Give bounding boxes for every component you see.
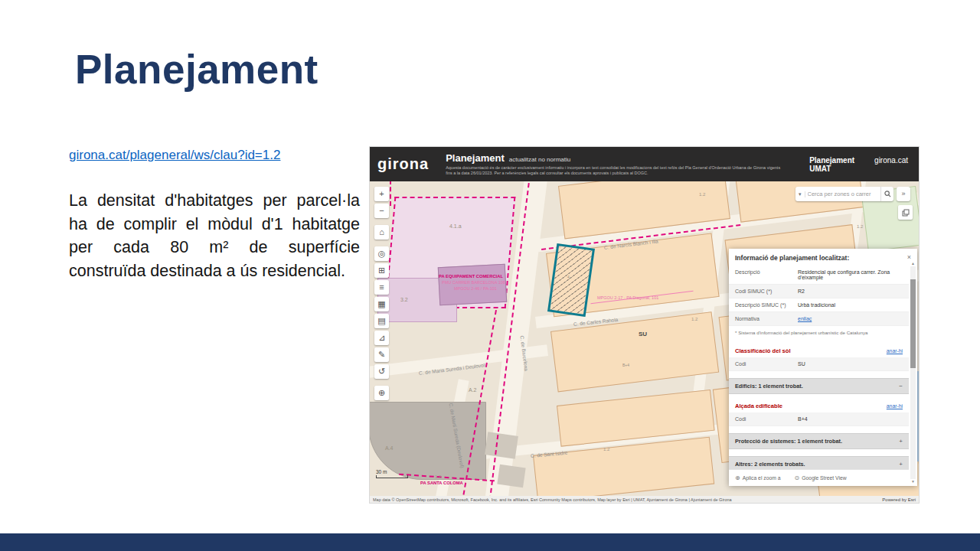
basemap-toggle-button[interactable]: [898, 205, 913, 220]
info-subsection: Classificació del sòlanar-hi: [729, 343, 909, 357]
info-row-label: Descripció SIMUC (*): [735, 302, 798, 308]
layer-list-button[interactable]: ▤: [374, 314, 389, 328]
app-header: girona Planejament actualitzat no normat…: [370, 147, 919, 181]
draw-button[interactable]: ✎: [374, 347, 389, 362]
info-row: Codi SIMUC (*)R2: [729, 285, 909, 298]
fullscreen-button[interactable]: ⊞: [374, 263, 389, 278]
girona-logo[interactable]: girona: [377, 155, 429, 173]
section-toggle-icon[interactable]: +: [899, 461, 903, 468]
planning-boundary-line: [390, 181, 391, 206]
info-row-value: R2: [798, 289, 909, 294]
info-row-label: Codi SIMUC (*): [735, 289, 798, 294]
panel-scrollbar[interactable]: ▲ ▼: [910, 261, 916, 484]
info-row: CodiSU: [729, 357, 909, 371]
embedded-screenshot: girona Planejament actualitzat no normat…: [370, 147, 919, 503]
map-attribution: Map data © OpenStreetMap contributors, M…: [373, 497, 732, 502]
info-subsection-title: Alçada edificable: [735, 403, 782, 409]
info-section-label: Edificis: 1 element trobat.: [735, 383, 803, 390]
search-icon[interactable]: [880, 187, 893, 201]
scale-label: 30 m: [376, 469, 387, 474]
info-section-header[interactable]: Edificis: 1 element trobat.−: [729, 378, 909, 394]
anar-hi-link[interactable]: anar-hi: [887, 403, 903, 409]
info-panel-footer: ⊕Aplica el zoom a⊙Google Street View: [729, 469, 909, 486]
info-subsection-title: Classificació del sòl: [735, 347, 791, 354]
pan-button[interactable]: ⊕: [374, 386, 389, 400]
refresh-button[interactable]: ↺: [374, 364, 389, 379]
section-toggle-icon[interactable]: +: [899, 438, 903, 445]
header-link-umat[interactable]: UMAT: [809, 165, 831, 173]
basemap-gallery-button[interactable]: ▦: [374, 297, 389, 311]
info-row-value: Residencial que configura carrer. Zona d…: [798, 269, 909, 280]
zoom-to-icon: ⊕: [735, 474, 740, 481]
header-links: Planejament girona.cat UMAT: [809, 156, 908, 173]
map-label: A.2: [469, 387, 477, 393]
scale-line: [376, 475, 408, 478]
info-row: DescripcióResidencial que configura carr…: [729, 266, 909, 285]
slide-paragraph: La densitat d'habitatges per parcel·la h…: [69, 189, 360, 283]
footer-link-label: Google Street View: [802, 475, 846, 481]
collapse-search-button[interactable]: »: [897, 187, 910, 201]
scrollbar-thumb[interactable]: [910, 279, 916, 369]
info-row-label: Descripció: [735, 269, 798, 280]
disclaimer-text: Aquesta documentació és de caràcter excl…: [446, 165, 782, 176]
info-row-label: Normativa: [735, 316, 798, 321]
small-building: [497, 465, 525, 487]
info-section-label: Protecció de sistemes: 1 element trobat.: [735, 438, 842, 445]
info-section-header[interactable]: Protecció de sistemes: 1 element trobat.…: [729, 433, 909, 449]
chevron-down-icon[interactable]: ▾: [795, 191, 805, 197]
app-subtitle: actualitzat no normatiu: [509, 156, 571, 163]
powered-by-esri: Powered by Esri: [882, 497, 916, 502]
header-link-planejament[interactable]: Planejament: [809, 156, 854, 165]
map-toolbar: +−⌂◎⊞≡▦▤⊿✎↺⊕: [374, 187, 389, 400]
city-block: [550, 311, 719, 392]
layered-squares-icon: [902, 209, 910, 217]
app-title-block: Planejament actualitzat no normatiu Aque…: [446, 152, 809, 176]
info-row: Normativaenllaç: [729, 312, 909, 326]
anar-hi-link[interactable]: anar-hi: [887, 348, 903, 354]
small-building: [485, 432, 518, 458]
attribution-bar: Map data © OpenStreetMap contributors, M…: [370, 496, 919, 503]
section-toggle-icon[interactable]: −: [899, 383, 903, 390]
street-view-link[interactable]: ⊙Google Street View: [795, 474, 847, 481]
commercial-building: [438, 264, 507, 306]
slide-hyperlink[interactable]: girona.cat/plageneral/ws/clau?id=1.2: [69, 148, 280, 163]
header-link-girona-cat[interactable]: girona.cat: [874, 156, 908, 165]
info-row-label: Codi: [735, 361, 798, 367]
map-canvas[interactable]: 4.1.a1.21.2PA EQUIPAMENT COMERCIALPMU CA…: [370, 181, 919, 496]
info-row-value: Urbà tradicional: [798, 302, 909, 308]
measure-button[interactable]: ⊿: [374, 331, 389, 345]
info-subsection: Alçada edificableanar-hi: [729, 398, 909, 412]
search-input[interactable]: [805, 191, 880, 197]
info-row: CodiB+4: [729, 412, 909, 426]
info-panel-body: DescripcióResidencial que configura carr…: [729, 266, 909, 472]
scroll-up-icon[interactable]: ▲: [911, 261, 915, 266]
info-row: Descripció SIMUC (*)Urbà tradicional: [729, 298, 909, 312]
info-section-label: Altres: 2 elements trobats.: [735, 461, 805, 468]
zoom-in-button[interactable]: +: [374, 187, 389, 201]
info-panel-title: Informació de planejament localitzat:: [735, 254, 849, 262]
info-row-value: B+4: [798, 416, 909, 422]
info-row-value[interactable]: enllaç: [798, 316, 909, 321]
street-view-icon: ⊙: [795, 474, 800, 481]
info-panel: Informació de planejament localitzat: × …: [729, 249, 917, 486]
info-row-value: SU: [798, 361, 909, 367]
locate-button[interactable]: ◎: [374, 246, 389, 261]
map-scale: 30 m: [376, 469, 408, 478]
app-title: Planejament: [446, 152, 505, 164]
home-button[interactable]: ⌂: [374, 225, 389, 240]
close-icon[interactable]: ×: [907, 254, 911, 261]
info-row-label: Codi: [735, 416, 798, 422]
legend-button[interactable]: ≡: [374, 280, 389, 295]
footer-link-label: Aplica el zoom a: [743, 475, 781, 481]
search-box: ▾: [795, 187, 893, 201]
scrollbar-track[interactable]: [910, 266, 916, 479]
zoom-out-button[interactable]: −: [374, 204, 389, 218]
apply-zoom-link[interactable]: ⊕Aplica el zoom a: [735, 474, 781, 481]
slide-footer-bar: [0, 533, 980, 551]
slide-title: Planejament: [75, 46, 318, 93]
info-footnote: * Sistema d'informació del planejament u…: [729, 326, 909, 339]
scroll-down-icon[interactable]: ▼: [911, 479, 915, 484]
